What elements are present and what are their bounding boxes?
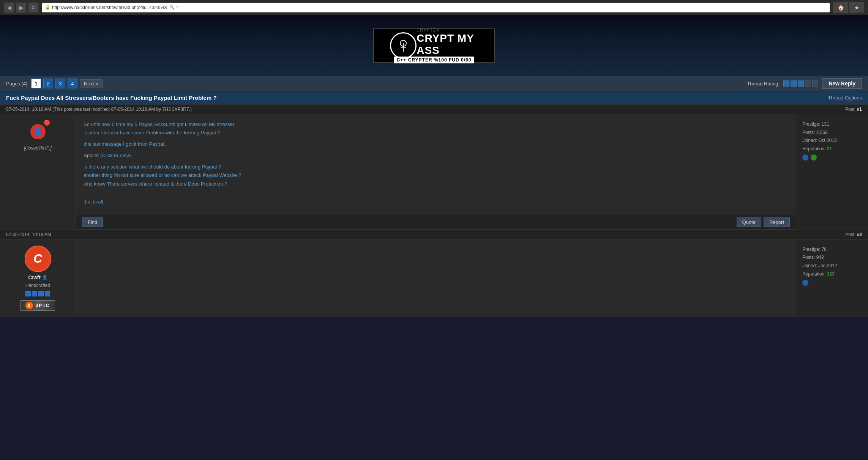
- next-page-button[interactable]: Next »: [80, 79, 103, 88]
- pip-1: [25, 291, 31, 296]
- epic-text: 3P1C: [35, 303, 50, 308]
- thread-rating-label: Thread Rating:: [747, 81, 780, 87]
- refresh-button[interactable]: ↻: [28, 2, 39, 13]
- post-1-user-info: 👤 🔴 [closed@HF:]: [0, 114, 76, 230]
- spoiler-toggle[interactable]: (Click to View): [100, 153, 132, 158]
- report-button[interactable]: Report: [764, 217, 790, 227]
- home-button[interactable]: 🏠: [833, 2, 848, 13]
- post-1-stats: Prestige: 131 Posts: 2,568 Joined: Oct 2…: [796, 114, 868, 230]
- zero-badge-icon: 0: [25, 302, 33, 309]
- post-2-header: 07-05-2014, 10:19 AM Post: #2: [0, 230, 868, 239]
- star-4: [805, 80, 811, 87]
- reputation-badges-2: [802, 280, 862, 286]
- rep-badge-blue: [802, 154, 808, 161]
- prestige-stat-2: Prestige: 78: [802, 246, 862, 254]
- window-controls: 🏠 ★: [833, 2, 864, 13]
- thread-options-button[interactable]: Thread Options: [828, 95, 862, 101]
- quote-button[interactable]: Quote: [737, 217, 761, 227]
- star-2: [791, 80, 797, 87]
- post-2-body: C Craft 👤 Handcrafted 0 3P1C Pres: [0, 239, 868, 317]
- spoiler-line: Spoiler (Click to View): [84, 151, 788, 160]
- back-button[interactable]: ◀: [4, 2, 14, 13]
- reputation-value-2: 123: [827, 271, 835, 277]
- pagination: Pages (4): 1 2 3 4 Next »: [6, 79, 103, 88]
- rep-badge-green: [811, 154, 817, 161]
- status-icon: 🔴: [44, 120, 50, 126]
- post-1-content: So until now 5 time my 5 Paypal Accounts…: [76, 114, 796, 215]
- post-1-avatar: 👤 🔴: [27, 120, 49, 143]
- reputation-stat: Reputation: 21: [802, 145, 862, 153]
- spoiler-label: Spoiler: [84, 153, 100, 158]
- posts-stat: Posts: 2,568: [802, 129, 862, 137]
- reputation-badges: [802, 154, 862, 161]
- prestige-stat: Prestige: 131: [802, 120, 862, 129]
- star-button[interactable]: ★: [849, 2, 864, 13]
- search-icon: 🔍: [169, 5, 175, 10]
- pip-2: [32, 291, 37, 296]
- forward-button[interactable]: ▶: [16, 2, 27, 13]
- reputation-stat-2: Reputation: 123: [802, 270, 862, 279]
- posts-stat-2: Posts: 942: [802, 254, 862, 262]
- avatar: 👤: [30, 124, 46, 139]
- post-1-header: 07-05-2014, 10:16 AM (This post was last…: [0, 104, 868, 114]
- post-1-body: 👤 🔴 [closed@HF:] So until now 5 time my …: [0, 114, 868, 230]
- post-2: 07-05-2014, 10:19 AM Post: #2 C Craft 👤 …: [0, 230, 868, 317]
- banner-top-text: CRYPTEX: [417, 28, 474, 32]
- post-1-number: Post: #1: [845, 107, 862, 112]
- star-5: [812, 80, 818, 87]
- post-1-timestamp: 07-05-2014, 10:16 AM (This post was last…: [6, 107, 192, 112]
- post-1-footer: Find Quote Report: [76, 215, 796, 230]
- page-1-button[interactable]: 1: [31, 79, 41, 88]
- joined-stat-2: Joined: Jan 2012: [802, 262, 862, 270]
- post-2-user-info: C Craft 👤 Handcrafted 0 3P1C: [0, 239, 76, 317]
- post-2-rank: Handcrafted: [25, 283, 50, 288]
- post-2-avatar: C: [25, 246, 51, 272]
- find-button[interactable]: Find: [82, 217, 103, 227]
- rating-stars: [783, 80, 818, 87]
- pages-label: Pages (4):: [6, 81, 29, 87]
- post-2-username[interactable]: Craft 👤: [28, 274, 47, 280]
- lock-icon: 🔒: [45, 5, 51, 10]
- post-1-text: So until now 5 time my 5 Paypal Accounts…: [84, 120, 788, 206]
- browser-nav-buttons: ◀ ▶ ↻: [4, 2, 39, 13]
- star-3: [798, 80, 804, 87]
- post-2-main: [76, 239, 796, 317]
- banner-logo-circle: [390, 32, 417, 59]
- site-header: CRYPTEX CRYPT MY ASS C++ CRYPTER %100 FU…: [0, 15, 868, 76]
- new-reply-button[interactable]: New Reply: [822, 78, 862, 89]
- thread-navigation: Pages (4): 1 2 3 4 Next » Thread Rating:…: [0, 76, 868, 91]
- thread-title: Fuck Paypal Does All Stressers/Booters h…: [6, 95, 217, 101]
- post-final-line: that is all...: [84, 198, 788, 206]
- post-2-stats: Prestige: 78 Posts: 942 Joined: Jan 2012…: [796, 239, 868, 317]
- rep-badge-blue-2: [802, 280, 808, 286]
- post-2-timestamp: 07-05-2014, 10:19 AM: [6, 232, 51, 237]
- post-1-actions: Quote Report: [737, 217, 790, 227]
- thread-title-bar: Fuck Paypal Does All Stressers/Booters h…: [0, 91, 868, 104]
- page-4-button[interactable]: 4: [68, 79, 77, 88]
- post-1: 07-05-2014, 10:16 AM (This post was last…: [0, 104, 868, 230]
- post-separator: [379, 193, 493, 193]
- star-1: [783, 80, 789, 87]
- banner-advertisement[interactable]: CRYPTEX CRYPT MY ASS C++ CRYPTER %100 FU…: [373, 28, 495, 63]
- thread-nav-right: Thread Rating: New Reply: [747, 78, 862, 89]
- rank-pips: [25, 291, 50, 296]
- post-line-1: So until now 5 time my 5 Paypal Accounts…: [84, 120, 788, 137]
- post-2-content: [76, 239, 796, 317]
- post-line-3: is there any solution what we should do …: [84, 163, 788, 188]
- address-bar[interactable]: 🔒 http://www.hackforums.net/showthread.p…: [42, 3, 830, 13]
- page-3-button[interactable]: 3: [55, 79, 65, 88]
- epic-badge: 0 3P1C: [21, 300, 55, 311]
- page-2-button[interactable]: 2: [43, 79, 53, 88]
- post-1-main: So until now 5 time my 5 Paypal Accounts…: [76, 114, 796, 230]
- joined-stat: Joined: Oct 2013: [802, 137, 862, 145]
- post-1-username[interactable]: [closed@HF:]: [24, 145, 52, 151]
- pip-4: [45, 291, 50, 296]
- post-line-2: this last message I got it from Paypal..: [84, 140, 788, 148]
- post-2-number: Post: #2: [845, 232, 862, 237]
- refresh-icon: ↻: [176, 5, 180, 10]
- pip-3: [38, 291, 44, 296]
- banner-main-text: CRYPT MY ASS: [417, 32, 474, 57]
- reputation-value: 21: [827, 146, 832, 151]
- browser-chrome: ◀ ▶ ↻ 🔒 http://www.hackforums.net/showth…: [0, 0, 868, 15]
- url-text: http://www.hackforums.net/showthread.php…: [52, 5, 167, 10]
